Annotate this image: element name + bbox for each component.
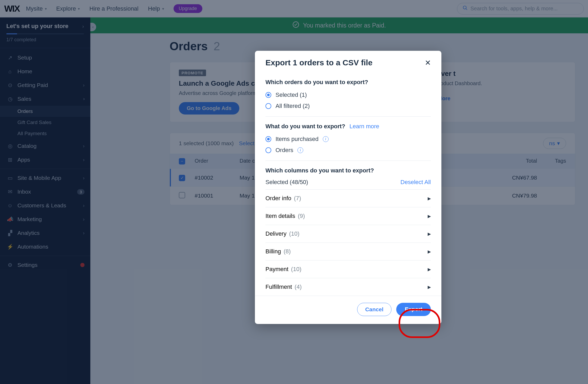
column-group-billing[interactable]: Billing (8)▶ — [265, 243, 431, 260]
acc-count: (10) — [291, 266, 301, 273]
acc-count: (10) — [289, 230, 299, 237]
chevron-right-icon: ▶ — [428, 214, 431, 219]
chevron-right-icon: ▶ — [428, 249, 431, 254]
acc-label: Payment — [265, 266, 288, 273]
radio-selected[interactable]: Selected (1) — [265, 89, 431, 100]
learn-more-link[interactable]: Learn more — [349, 123, 379, 130]
info-icon[interactable]: i — [323, 136, 329, 142]
radio-icon — [265, 103, 271, 109]
q-what-export: What do you want to export? Learn more — [265, 123, 431, 130]
q-which-orders: Which orders do you want to export? — [265, 79, 431, 86]
acc-label: Billing — [265, 248, 281, 255]
radio-items-purchased[interactable]: Items purchased i — [265, 134, 431, 145]
chevron-right-icon: ▶ — [428, 196, 431, 201]
close-icon[interactable]: ✕ — [425, 58, 431, 67]
chevron-right-icon: ▶ — [428, 285, 431, 290]
chevron-right-icon: ▶ — [428, 231, 431, 236]
radio-label: Selected (1) — [276, 92, 307, 98]
acc-count: (8) — [284, 248, 291, 255]
column-group-order-info[interactable]: Order info (7)▶ — [265, 189, 431, 207]
radio-label: All filtered (2) — [276, 103, 310, 109]
acc-label: Fulfillment — [265, 284, 292, 290]
column-group-delivery[interactable]: Delivery (10)▶ — [265, 225, 431, 243]
radio-icon — [265, 147, 271, 153]
acc-count: (9) — [298, 213, 305, 220]
radio-icon — [265, 92, 271, 98]
column-group-fulfillment[interactable]: Fulfillment (4)▶ — [265, 278, 431, 296]
column-group-item-details[interactable]: Item details (9)▶ — [265, 207, 431, 225]
column-group-payment[interactable]: Payment (10)▶ — [265, 260, 431, 278]
chevron-right-icon: ▶ — [428, 267, 431, 272]
deselect-all-link[interactable]: Deselect All — [400, 179, 431, 186]
acc-label: Delivery — [265, 230, 286, 237]
acc-label: Order info — [265, 195, 291, 202]
acc-count: (4) — [295, 284, 302, 290]
acc-label: Item details — [265, 213, 295, 220]
q-what-export-label: What do you want to export? — [265, 123, 345, 130]
radio-label: Items purchased — [276, 136, 319, 143]
info-icon[interactable]: i — [297, 147, 303, 153]
q-which-columns: Which columns do you want to export? — [265, 167, 431, 174]
cancel-button[interactable]: Cancel — [357, 303, 392, 316]
modal-title: Export 1 orders to a CSV file — [265, 58, 372, 67]
radio-all-filtered[interactable]: All filtered (2) — [265, 100, 431, 112]
export-modal: Export 1 orders to a CSV file ✕ Which or… — [255, 51, 441, 324]
radio-orders[interactable]: Orders i — [265, 145, 431, 156]
radio-label: Orders — [276, 147, 293, 154]
radio-icon — [265, 136, 271, 142]
selected-columns-count: Selected (48/50) — [265, 179, 308, 186]
acc-count: (7) — [294, 195, 301, 202]
export-button[interactable]: Export — [396, 303, 431, 316]
